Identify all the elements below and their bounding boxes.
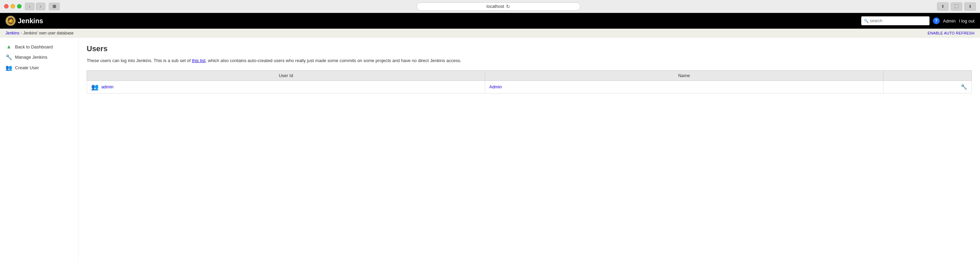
auto-refresh-link[interactable]: ENABLE AUTO REFRESH [928,31,975,35]
column-header-userid: User Id [87,70,485,81]
breadcrumb-jenkins[interactable]: Jenkins [5,31,19,35]
sidebar-item-back-to-dashboard[interactable]: ▲ Back to Dashboard [0,41,78,52]
sidebar-item-label-manage: Manage Jenkins [15,55,48,60]
fullscreen-button[interactable] [17,4,22,8]
user-id-link[interactable]: admin [101,84,113,89]
user-cell: 👥 admin [91,83,481,91]
sidebar: ▲ Back to Dashboard 🔧 Manage Jenkins 👥 C… [0,38,78,262]
column-header-name: Name [485,70,883,81]
userid-cell: 👥 admin [87,81,485,93]
tab-button[interactable]: ⊞ [49,3,60,10]
breadcrumb-bar: Jenkins › Jenkins' own user database ENA… [0,29,980,38]
address-text: localhost [487,4,504,9]
configure-user-icon[interactable]: 🔧 [961,84,967,90]
page-description: These users can log into Jenkins. This i… [87,57,972,64]
logout-link[interactable]: l log out [959,18,975,24]
reload-button[interactable]: ↻ [506,4,510,9]
manage-jenkins-icon: 🔧 [5,54,12,60]
users-table: User Id Name 👥 admin Admin [87,70,972,94]
traffic-lights [4,4,22,8]
admin-link[interactable]: Admin [943,18,956,24]
create-user-icon: 👥 [5,65,12,71]
nav-buttons: ‹ › [25,3,45,10]
main-layout: ▲ Back to Dashboard 🔧 Manage Jenkins 👥 C… [0,38,980,262]
close-button[interactable] [4,4,8,8]
address-bar-container: localhost ↻ [63,2,934,11]
share-action-button[interactable]: ⬆ [937,2,948,11]
jenkins-logo[interactable]: 🧔 Jenkins [5,16,43,26]
search-input[interactable] [870,18,927,23]
sidebar-item-label-back: Back to Dashboard [15,44,53,49]
user-name-link[interactable]: Admin [489,84,502,89]
page-title: Users [87,44,972,53]
address-bar[interactable]: localhost ↻ [417,2,581,11]
window-actions: ⬆ ⛶ ⬇ [937,2,976,11]
column-header-actions [883,70,972,81]
table-body: 👥 admin Admin 🔧 [87,81,972,93]
download-action-button[interactable]: ⬇ [964,2,976,11]
sidebar-item-manage-jenkins[interactable]: 🔧 Manage Jenkins [0,52,78,62]
minimize-button[interactable] [11,4,15,8]
back-nav-button[interactable]: ‹ [25,3,35,10]
name-cell: Admin [485,81,883,93]
forward-nav-button[interactable]: › [36,3,45,10]
jenkins-face-icon: 🧔 [7,18,14,24]
description-suffix: , which also contains auto-created users… [205,58,461,63]
sidebar-item-label-create: Create User [15,65,39,70]
help-button[interactable]: ? [933,17,940,24]
table-header-row: User Id Name [87,70,972,81]
jenkins-logo-icon: 🧔 [5,16,16,26]
action-cell: 🔧 [883,81,972,93]
breadcrumb-separator: › [21,31,22,35]
user-avatar-icon: 👥 [91,83,99,91]
breadcrumb-current: Jenkins' own user database [23,31,74,35]
description-prefix: These users can log into Jenkins. This i… [87,58,192,63]
this-list-link[interactable]: this list [192,58,205,63]
search-icon: 🔍 [864,19,869,23]
breadcrumb: Jenkins › Jenkins' own user database [5,31,74,35]
header-search[interactable]: 🔍 [861,16,929,25]
fullscreen-action-button[interactable]: ⛶ [951,2,962,11]
content-area: Users These users can log into Jenkins. … [78,38,980,262]
window-chrome: ‹ › ⊞ localhost ↻ ⬆ ⛶ ⬇ [0,0,980,13]
sidebar-item-create-user[interactable]: 👥 Create User [0,62,78,73]
table-row: 👥 admin Admin 🔧 [87,81,972,93]
back-dashboard-icon: ▲ [5,44,12,50]
jenkins-logo-text: Jenkins [18,17,43,25]
table-header: User Id Name [87,70,972,81]
jenkins-header: 🧔 Jenkins 🔍 ? Admin l log out [0,13,980,29]
